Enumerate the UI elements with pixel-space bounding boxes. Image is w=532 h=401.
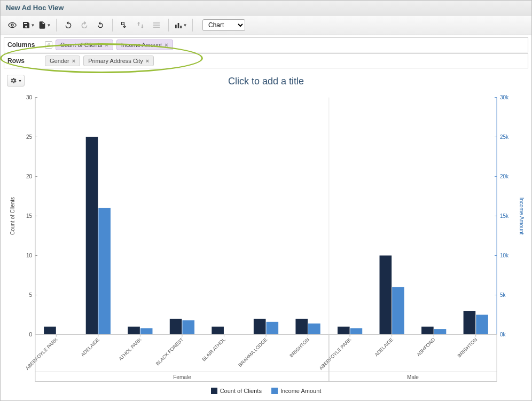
svg-rect-45 (128, 327, 140, 335)
svg-rect-78 (476, 315, 488, 335)
shelf-area: Columns # Count of Clients × Income Amou… (1, 35, 531, 72)
svg-text:BRIGHTON: BRIGHTON (288, 337, 310, 359)
reset-icon (96, 21, 105, 29)
measure-marker: # (45, 41, 52, 49)
chart-canvas[interactable]: 051015202530Count of Clients0k5k10k15k20… (6, 91, 526, 384)
svg-text:10k: 10k (500, 253, 509, 258)
svg-rect-58 (267, 322, 279, 335)
svg-text:ADELAIDE: ADELAIDE (373, 337, 394, 358)
undo-icon (64, 21, 73, 29)
svg-rect-46 (140, 328, 153, 335)
chevron-down-icon: ▼ (47, 23, 51, 28)
svg-text:15: 15 (26, 213, 33, 219)
svg-text:5k: 5k (500, 292, 506, 298)
preview-button[interactable] (5, 18, 20, 33)
svg-text:30: 30 (26, 95, 33, 100)
svg-rect-74 (434, 329, 447, 334)
reset-button[interactable] (93, 18, 108, 33)
legend-swatch (211, 388, 217, 394)
eye-icon (8, 21, 17, 29)
chart-type-button[interactable]: ▼ (173, 18, 188, 33)
gear-icon (10, 77, 17, 84)
svg-text:BLAIR ATHOL: BLAIR ATHOL (201, 337, 226, 363)
svg-text:Income Amount: Income Amount (519, 198, 525, 235)
svg-text:BRIGHTON: BRIGHTON (457, 337, 479, 359)
redo-button[interactable] (77, 18, 92, 33)
mode-select[interactable]: Chart (202, 19, 245, 31)
legend: Count of Clients Income Amount (6, 384, 526, 395)
legend-item-income[interactable]: Income Amount (271, 388, 321, 394)
svg-text:ATHOL PARK: ATHOL PARK (118, 337, 143, 361)
column-chip-count-of-clients[interactable]: Count of Clients × (56, 40, 113, 50)
pivot-icon (120, 21, 129, 29)
svg-rect-41 (86, 137, 98, 335)
export-icon (38, 21, 46, 29)
columns-shelf[interactable]: Columns # Count of Clients × Income Amou… (4, 37, 528, 52)
chevron-down-icon: ▼ (31, 23, 35, 28)
plot-container: 051015202530Count of Clients0k5k10k15k20… (6, 91, 526, 384)
row-chip-gender[interactable]: Gender × (45, 56, 80, 66)
svg-text:ASHFORD: ASHFORD (416, 336, 436, 357)
svg-rect-73 (421, 327, 434, 335)
svg-text:Male: Male (407, 374, 419, 380)
legend-item-count[interactable]: Count of Clients (211, 388, 262, 394)
undo-button[interactable] (61, 18, 76, 33)
svg-text:ABERFOYLE PARK: ABERFOYLE PARK (318, 337, 353, 371)
remove-chip-button[interactable]: × (105, 42, 108, 48)
legend-swatch (271, 388, 278, 394)
rows-shelf[interactable]: Rows Gender × Primary Address City × (4, 53, 528, 68)
window-title: New Ad Hoc View (1, 1, 531, 15)
svg-rect-70 (392, 287, 404, 335)
svg-text:ABERFOYLE PARK: ABERFOYLE PARK (25, 337, 59, 371)
svg-point-0 (11, 24, 13, 26)
chart-area: ▼ Click to add a title 051015202530Count… (1, 72, 531, 400)
svg-text:ADELAIDE: ADELAIDE (80, 337, 101, 358)
svg-text:0: 0 (29, 332, 32, 337)
remove-chip-button[interactable]: × (72, 58, 75, 64)
svg-rect-66 (350, 328, 363, 335)
chevron-down-icon: ▼ (183, 23, 187, 28)
chart-settings-button[interactable]: ▼ (7, 75, 25, 87)
svg-rect-37 (44, 327, 56, 335)
svg-text:Female: Female (173, 374, 191, 380)
save-icon (22, 21, 30, 29)
svg-text:25: 25 (26, 134, 33, 140)
svg-text:15k: 15k (500, 213, 509, 219)
svg-text:20: 20 (26, 174, 33, 179)
svg-rect-69 (380, 256, 392, 335)
svg-text:25k: 25k (500, 134, 509, 140)
svg-rect-1 (175, 25, 177, 28)
chart-title-input[interactable]: Click to add a title (6, 76, 526, 87)
column-chip-income-amount[interactable]: Income Amount × (116, 40, 173, 50)
svg-text:0k: 0k (500, 332, 506, 337)
save-button[interactable]: ▼ (21, 18, 36, 33)
svg-rect-50 (182, 320, 194, 335)
options-button[interactable] (149, 18, 164, 33)
svg-rect-57 (254, 319, 266, 335)
svg-text:BLACK FOREST: BLACK FOREST (155, 336, 185, 366)
export-button[interactable]: ▼ (37, 18, 52, 33)
sort-icon (136, 21, 145, 29)
svg-rect-62 (308, 324, 320, 335)
remove-chip-button[interactable]: × (165, 42, 168, 48)
remove-chip-button[interactable]: × (146, 58, 149, 64)
svg-rect-61 (295, 319, 308, 335)
columns-shelf-label: Columns (4, 41, 42, 49)
svg-text:BRAHMA LODGE: BRAHMA LODGE (237, 337, 268, 368)
redo-icon (80, 21, 89, 29)
toolbar: ▼ ▼ ▼ Chart (1, 15, 531, 35)
svg-rect-3 (180, 26, 182, 28)
svg-text:5: 5 (29, 292, 32, 298)
sort-button[interactable] (133, 18, 148, 33)
svg-rect-65 (338, 327, 350, 335)
row-chip-primary-address-city[interactable]: Primary Address City × (83, 56, 154, 66)
list-icon (152, 21, 161, 29)
svg-rect-2 (177, 23, 179, 28)
pivot-button[interactable] (117, 18, 132, 33)
svg-rect-49 (170, 319, 182, 335)
svg-rect-53 (212, 327, 224, 335)
mode-select-wrapper: Chart (202, 19, 245, 31)
rows-shelf-label: Rows (4, 57, 42, 65)
svg-text:Count of Clients: Count of Clients (10, 197, 15, 235)
svg-text:10: 10 (26, 253, 33, 258)
